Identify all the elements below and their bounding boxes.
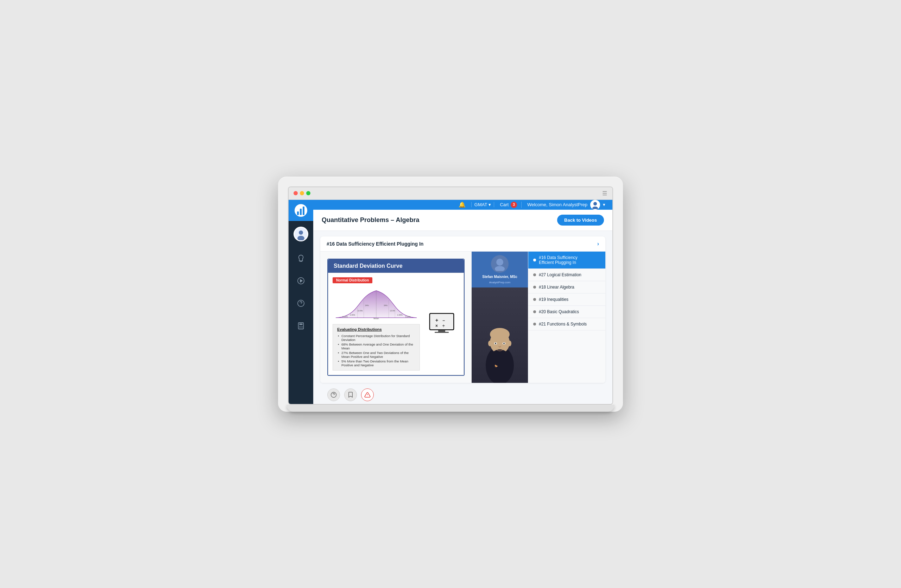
playlist-dot-5	[533, 310, 536, 313]
top-bar: 🔔 GMAT ▾ Cart 3 Welcome, Simon AnalystPr…	[313, 200, 613, 210]
sidebar-item-calculator[interactable]	[294, 319, 308, 333]
eval-item-2: 68% Between Average and One Deviation of…	[337, 342, 415, 350]
playlist-dot-2	[533, 274, 536, 276]
svg-rect-1	[300, 208, 302, 215]
main-body: #16 Data Sufficiency Efficient Plugging …	[313, 231, 613, 404]
title-bar: ☰	[288, 187, 613, 200]
cart-label: Cart	[500, 202, 508, 207]
monitor-icon-area: + − × ÷	[424, 277, 459, 370]
sidebar-logo	[288, 200, 313, 221]
svg-point-15	[299, 327, 300, 328]
svg-text:÷: ÷	[443, 324, 445, 328]
instructor-photo: 🐎	[472, 288, 528, 383]
cart-badge: 3	[511, 202, 517, 208]
video-section: #16 Data Sufficiency Efficient Plugging …	[320, 236, 605, 383]
svg-text:2.35%: 2.35%	[350, 314, 355, 316]
instructor-panel: Stefan Maisnier, MSc AnalystPrep.com	[472, 252, 528, 383]
page-header: Quantitative Problems – Algebra Back to …	[313, 210, 613, 231]
svg-text:ANALYST PREP: ANALYST PREP	[295, 240, 307, 240]
playlist-label-6: #21 Functions & Symbols	[539, 322, 587, 327]
cart-button[interactable]: Cart 3	[500, 202, 522, 208]
svg-point-12	[299, 326, 300, 327]
chart-area: Normal Distribution	[333, 277, 420, 370]
svg-point-43	[495, 266, 505, 271]
welcome-text: Welcome, Simon AnalystPrep	[527, 202, 588, 207]
svg-text:Mean: Mean	[373, 317, 379, 319]
playlist-dot-active	[533, 259, 536, 261]
svg-text:13.5%: 13.5%	[390, 310, 395, 312]
playlist-item-3[interactable]: #18 Linear Algebra	[528, 281, 605, 294]
playlist-label-2: #27 Logical Estimation	[539, 272, 581, 277]
eval-item-3: 27% Between One and Two Deviations of th…	[337, 350, 415, 359]
svg-point-19	[592, 207, 598, 209]
svg-text:×: ×	[435, 324, 438, 328]
svg-point-13	[301, 326, 301, 327]
user-avatar	[590, 200, 600, 210]
playlist-label-1: #16 Data SufficiencyEfficient Plugging I…	[539, 255, 578, 265]
sidebar: ANALYST PREP	[288, 200, 313, 404]
slide-body: Normal Distribution	[328, 273, 464, 375]
svg-text:0.15%: 0.15%	[343, 315, 348, 317]
user-menu[interactable]: Welcome, Simon AnalystPrep ▾	[527, 200, 605, 210]
playlist-label-3: #18 Linear Algebra	[539, 285, 574, 289]
svg-text:34%: 34%	[365, 304, 369, 306]
bell-curve-chart: Mean 34% 34% 13.5% 13.5% 2.35% 2.35%	[333, 286, 420, 321]
instructor-silhouette: 🐎	[473, 316, 526, 383]
eval-item-1: Constant Percentage Distribution for Sta…	[337, 334, 415, 342]
menu-icon[interactable]: ☰	[602, 190, 608, 197]
help-circle-button[interactable]	[327, 389, 340, 401]
logo-icon	[295, 204, 307, 217]
svg-rect-2	[303, 207, 304, 215]
svg-text:🐎: 🐎	[494, 364, 498, 368]
svg-rect-11	[299, 324, 302, 325]
instructor-site: AnalystPrep.com	[489, 281, 510, 284]
monitor-icon: + − × ÷	[428, 311, 456, 336]
svg-text:2.35%: 2.35%	[398, 314, 403, 316]
evaluating-section: Evaluating Distributions Constant Percen…	[333, 324, 420, 370]
gmat-label: GMAT	[474, 202, 488, 207]
bottom-controls	[320, 383, 605, 404]
playlist-item-4[interactable]: #19 Inequalities	[528, 294, 605, 306]
svg-point-14	[302, 326, 303, 327]
svg-rect-0	[297, 212, 299, 215]
playlist-item-2[interactable]: #27 Logical Estimation	[528, 269, 605, 281]
instructor-info: Stefan Maisnier, MSc AnalystPrep.com	[472, 252, 528, 288]
playlist-item-active[interactable]: #16 Data SufficiencyEfficient Plugging I…	[528, 252, 605, 269]
svg-rect-35	[430, 314, 453, 329]
notification-bell[interactable]: 🔔	[458, 201, 466, 208]
svg-text:13.5%: 13.5%	[357, 310, 363, 312]
sidebar-item-brain[interactable]	[294, 251, 308, 265]
svg-point-48	[490, 328, 510, 341]
warning-button[interactable]	[361, 389, 374, 401]
playlist-item-5[interactable]: #20 Basic Quadratics	[528, 306, 605, 318]
instructor-avatar	[491, 255, 508, 273]
playlist-item-6[interactable]: #21 Functions & Symbols	[528, 318, 605, 330]
main-content: 🔔 GMAT ▾ Cart 3 Welcome, Simon AnalystPr…	[313, 200, 613, 404]
bookmark-button[interactable]	[344, 389, 357, 401]
user-chevron: ▾	[603, 202, 605, 207]
svg-point-42	[496, 259, 503, 266]
instructor-name: Stefan Maisnier, MSc	[482, 275, 517, 279]
minimize-icon[interactable]	[300, 191, 304, 195]
sidebar-item-video[interactable]	[294, 274, 308, 288]
eval-item-4: 5% More than Two Deviations from the Mea…	[337, 359, 415, 367]
page-title: Quantitative Problems – Algebra	[322, 216, 419, 224]
video-header: #16 Data Sufficiency Efficient Plugging …	[320, 236, 605, 252]
slide-area: Standard Deviation Curve Normal Distribu…	[320, 252, 472, 383]
current-video-title: #16 Data Sufficiency Efficient Plugging …	[327, 241, 423, 247]
maximize-icon[interactable]	[306, 191, 310, 195]
gmat-selector[interactable]: GMAT ▾	[471, 202, 494, 207]
eval-list: Constant Percentage Distribution for Sta…	[337, 334, 415, 367]
video-content: Standard Deviation Curve Normal Distribu…	[320, 252, 605, 383]
video-chevron-icon[interactable]: ›	[597, 241, 599, 247]
svg-point-54	[503, 343, 505, 344]
svg-point-4	[299, 230, 303, 235]
gmat-chevron: ▾	[488, 202, 491, 207]
avatar[interactable]: ANALYST PREP	[293, 227, 308, 241]
back-to-videos-button[interactable]: Back to Videos	[557, 215, 604, 226]
slide-title: Standard Deviation Curve	[328, 259, 464, 273]
sidebar-item-help[interactable]	[294, 296, 308, 310]
close-icon[interactable]	[293, 191, 298, 195]
playlist-label-4: #19 Inequalities	[539, 297, 568, 302]
svg-point-18	[593, 202, 597, 205]
